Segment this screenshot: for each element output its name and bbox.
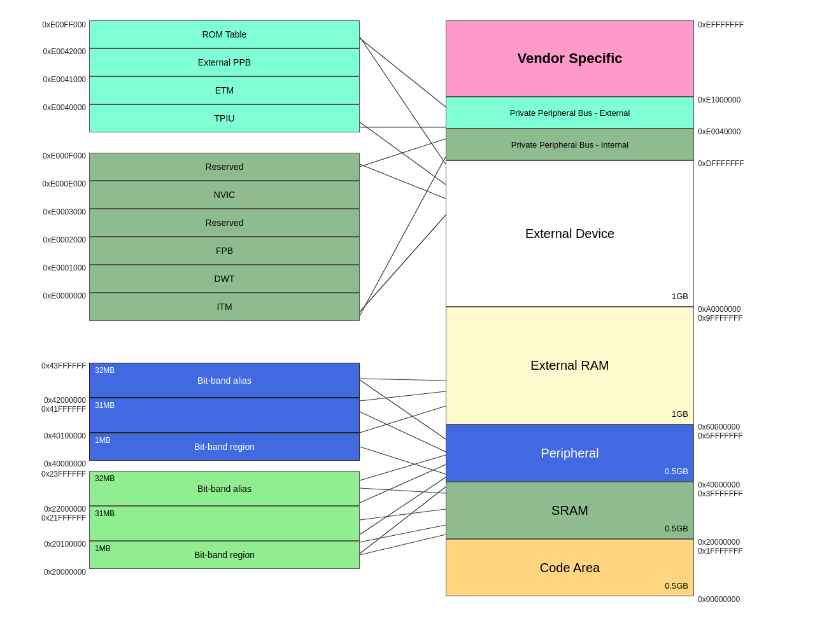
label-periph-alias-size: 32MB [95,366,115,375]
label-periph-region: Bit-band region [194,442,255,452]
addr-r-efffffff: 0xEFFFFFFF [698,20,744,29]
label-sram: SRAM [551,503,588,518]
label-ppb-internal: Private Peripheral Bus - Internal [511,140,628,150]
addr-e0000000: 0xE0000000 [19,291,86,300]
box-vendor-specific: Vendor Specific [446,20,694,97]
addr-r-20000000: 0x20000000 [698,538,740,547]
box-sram: SRAM 0.5GB [446,482,694,539]
addr-r-5fffffff: 0x5FFFFFFF [698,431,743,440]
addr-r-e1000000: 0xE1000000 [698,95,741,104]
svg-line-21 [360,535,446,555]
svg-line-0 [360,37,446,164]
label-fpb: FPB [216,246,233,256]
svg-line-17 [360,447,446,474]
label-nvic: NVIC [214,190,235,200]
label-periph-region-size: 1MB [95,436,111,445]
addr-40100000: 0x40100000 [19,431,86,440]
label-external-device-size: 1GB [672,291,688,301]
label-reserved-2: Reserved [206,218,244,228]
label-sram-alias: Bit-band alias [197,484,252,494]
addr-e000e000: 0xE000E000 [19,179,86,188]
addr-e0002000: 0xE0002000 [19,235,86,244]
box-external-device: External Device 1GB [446,160,694,307]
label-external-ppb: External PPB [198,57,251,67]
svg-line-13 [360,139,446,167]
label-periph-31mb-size: 31MB [95,401,115,410]
addr-e0003000: 0xE0003000 [19,207,86,216]
box-itm: ITM [89,293,360,321]
addr-41ffffff: 0x41FFFFFF [19,405,86,414]
box-periph-bitband-alias: 32MB Bit-band alias [89,363,360,398]
box-nvic: NVIC [89,181,360,209]
addr-21ffffff: 0x21FFFFFF [19,514,86,522]
memory-map-diagram: 0xE00FF000 ROM Table 0xE0042000 External… [0,0,815,644]
label-sram-size: 0.5GB [665,524,688,533]
svg-line-11 [360,38,446,107]
addr-r-3fffffff: 0x3FFFFFFF [698,489,743,498]
addr-r-a0000000: 0xA0000000 [698,305,741,314]
addr-e0040000: 0xE0040000 [19,103,86,112]
label-ppb-external: Private Peripheral Bus - External [510,108,630,118]
addr-r-e0040000: 0xE0040000 [698,127,741,136]
svg-line-4 [360,379,446,381]
svg-line-16 [360,412,446,452]
addr-e0041000: 0xE0041000 [19,75,86,84]
addr-40000000: 0x40000000 [19,459,86,468]
addr-22000000: 0x22000000 [19,505,86,514]
label-vendor-specific: Vendor Specific [517,50,622,67]
label-sram-31mb-size: 31MB [95,509,115,518]
box-periph-31mb: 31MB [89,398,360,433]
svg-line-18 [360,488,446,493]
label-sram-region-size: 1MB [95,544,111,553]
svg-line-1 [360,122,446,185]
box-external-ppb: External PPB [89,48,360,76]
addr-43ffffff: 0x43FFFFFF [19,361,86,370]
addr-42000000: 0x42000000 [19,396,86,405]
label-reserved-1: Reserved [206,162,244,172]
svg-line-19 [360,509,446,520]
box-dwt: DWT [89,265,360,293]
label-peripheral-size: 0.5GB [665,466,688,476]
addr-e000f000: 0xE000F000 [19,151,86,160]
box-external-ram: External RAM 1GB [446,307,694,424]
svg-line-20 [360,525,446,542]
box-sram-bitband-alias: 32MB Bit-band alias [89,471,360,506]
box-ppb-external: Private Peripheral Bus - External [446,97,694,129]
box-reserved-1: Reserved [89,153,360,181]
box-ppb-internal: Private Peripheral Bus - Internal [446,129,694,160]
box-tpiu: TPIU [89,104,360,132]
addr-r-1fffffff: 0x1FFFFFFF [698,547,743,556]
box-periph-bitband-region: 1MB Bit-band region [89,433,360,461]
addr-20100000: 0x20100000 [19,540,86,549]
label-etm: ETM [215,85,234,95]
label-dwt: DWT [215,274,235,284]
addr-e00ff000: 0xE00FF000 [19,20,86,29]
label-itm: ITM [216,302,232,312]
svg-line-14 [360,157,446,316]
label-peripheral: Peripheral [541,446,599,461]
box-etm: ETM [89,76,360,104]
svg-line-2 [360,164,446,199]
svg-line-8 [360,465,446,503]
addr-r-9fffffff: 0x9FFFFFFF [698,314,743,323]
label-sram-alias-size: 32MB [95,474,115,483]
label-tpiu: TPIU [215,113,235,123]
label-periph-alias: Bit-band alias [197,375,252,386]
label-code-area: Code Area [540,561,600,575]
addr-r-40000000: 0x40000000 [698,480,740,489]
label-sram-region: Bit-band region [194,550,255,560]
addr-20000000: 0x20000000 [19,568,86,577]
label-code-area-size: 0.5GB [665,581,688,591]
addr-23ffffff: 0x23FFFFFF [19,470,86,479]
addr-r-dfffffff: 0xDFFFFFFF [698,159,744,168]
box-peripheral: Peripheral 0.5GB [446,424,694,482]
addr-e0042000: 0xE0042000 [19,47,86,56]
addr-r-00000000: 0x00000000 [698,595,740,604]
box-code-area: Code Area 0.5GB [446,539,694,596]
box-sram-31mb: 31MB [89,506,360,541]
label-rom-table: ROM Table [202,29,247,39]
box-rom-table: ROM Table [89,20,360,48]
svg-line-5 [360,391,446,401]
label-external-device: External Device [525,227,614,241]
box-reserved-2: Reserved [89,209,360,237]
